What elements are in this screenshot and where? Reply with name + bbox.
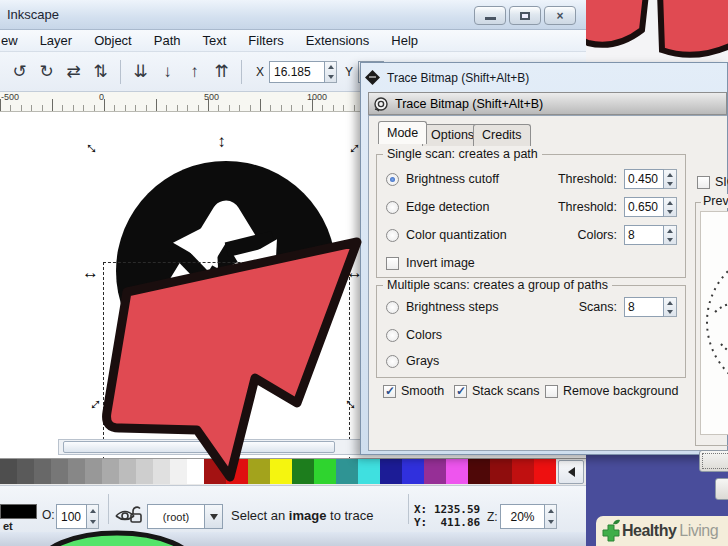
rotate-cw-icon[interactable]: ↻ — [33, 59, 60, 85]
menu-item-path[interactable]: Path — [143, 31, 192, 50]
selection-handle-w[interactable]: ↔ — [82, 264, 99, 281]
menubar: ew Layer Object Path Text Filters Extens… — [0, 30, 586, 52]
current-layer-select[interactable]: (root) — [147, 504, 205, 529]
selection-handle-nw[interactable]: ↔ — [81, 134, 105, 158]
palette-swatch[interactable] — [270, 459, 292, 484]
rotate-ccw-icon[interactable]: ↺ — [6, 59, 33, 85]
palette-swatch[interactable] — [534, 459, 556, 484]
menu-item-text[interactable]: Text — [191, 31, 237, 50]
opacity-label: O: — [42, 508, 55, 522]
menu-item-view[interactable]: ew — [0, 31, 29, 50]
palette-swatch[interactable] — [424, 459, 446, 484]
tab-mode[interactable]: Mode — [378, 121, 427, 144]
selection-handle-n[interactable]: ↔ — [216, 134, 233, 151]
palette-swatch[interactable] — [226, 459, 248, 484]
radio-edge-detection[interactable] — [386, 201, 399, 214]
scrollbar-thumb[interactable] — [63, 441, 335, 453]
palette-swatch[interactable] — [248, 459, 270, 484]
palette-swatch[interactable] — [170, 459, 187, 484]
dialog-inner-titlebar[interactable]: Trace Bitmap (Shift+Alt+B) — [368, 92, 727, 115]
palette-swatch[interactable] — [17, 459, 34, 484]
palette-swatch[interactable] — [358, 459, 380, 484]
ruler-label: -500 — [1, 92, 19, 102]
trace-swirl-icon — [373, 96, 389, 112]
radio-grays[interactable] — [386, 355, 399, 368]
threshold-spinner-brightness[interactable] — [664, 169, 677, 189]
palette-swatch[interactable] — [68, 459, 85, 484]
palette-swatch[interactable] — [292, 459, 314, 484]
x-coordinate-input[interactable]: 16.185 — [269, 61, 325, 83]
threshold-spinner-edge[interactable] — [664, 197, 677, 217]
colors-input[interactable]: 8 — [624, 225, 664, 245]
palette-swatch[interactable] — [402, 459, 424, 484]
radio-color-quantization[interactable] — [386, 229, 399, 242]
close-button[interactable]: × — [544, 6, 576, 25]
palette-swatch[interactable] — [490, 459, 512, 484]
palette-swatch[interactable] — [187, 459, 204, 484]
zoom-spinner[interactable] — [545, 504, 557, 529]
palette-swatch[interactable] — [0, 459, 17, 484]
zoom-input[interactable]: 20% — [500, 504, 545, 529]
lower-icon[interactable]: ↓ — [154, 59, 181, 85]
palette-scroll-left-button[interactable] — [558, 460, 584, 484]
flip-horizontal-icon[interactable]: ⇄ — [60, 59, 87, 85]
menu-item-object[interactable]: Object — [83, 31, 143, 50]
inkscape-logo-icon — [365, 70, 380, 85]
radio-brightness-cutoff[interactable] — [386, 173, 399, 186]
layer-lock-icon[interactable] — [128, 506, 144, 524]
opacity-spinner[interactable] — [87, 504, 99, 529]
scans-spinner[interactable] — [664, 297, 677, 317]
threshold-input-brightness[interactable]: 0.450 — [624, 169, 664, 189]
checkbox-siox[interactable] — [697, 176, 710, 189]
healthy-living-plus-icon — [600, 519, 622, 543]
checkbox-smooth[interactable] — [383, 385, 396, 398]
watermark-brand-light: Living — [679, 522, 718, 540]
checkbox-invert-image[interactable] — [386, 257, 399, 270]
menu-item-layer[interactable]: Layer — [29, 31, 84, 50]
palette-swatch[interactable] — [468, 459, 490, 484]
menu-item-filters[interactable]: Filters — [237, 31, 294, 50]
x-coordinate-label: X — [256, 65, 264, 79]
x-coordinate-spinner[interactable] — [325, 61, 337, 83]
threshold-input-edge[interactable]: 0.650 — [624, 197, 664, 217]
lower-to-bottom-icon[interactable]: ⇊ — [127, 59, 154, 85]
layer-dropdown-button[interactable] — [205, 504, 223, 529]
fill-color-swatch[interactable] — [0, 504, 37, 519]
palette-swatch[interactable] — [204, 459, 226, 484]
palette-swatch[interactable] — [512, 459, 534, 484]
checkbox-remove-background[interactable] — [545, 385, 558, 398]
update-button[interactable] — [699, 450, 728, 472]
minimize-button[interactable] — [474, 6, 506, 25]
checkbox-stack-scans[interactable] — [454, 385, 467, 398]
ruler-label: 0 — [99, 92, 104, 102]
selection-handle-sw[interactable]: ↔ — [81, 390, 105, 414]
palette-swatch[interactable] — [314, 459, 336, 484]
raise-to-top-icon[interactable]: ⇈ — [208, 59, 235, 85]
dialog-inner-title: Trace Bitmap (Shift+Alt+B) — [395, 97, 543, 111]
palette-swatch[interactable] — [119, 459, 136, 484]
flip-vertical-icon[interactable]: ⇅ — [87, 59, 114, 85]
raise-icon[interactable]: ↑ — [181, 59, 208, 85]
tab-credits[interactable]: Credits — [473, 124, 531, 146]
radio-brightness-steps[interactable] — [386, 301, 399, 314]
palette-swatch[interactable] — [34, 459, 51, 484]
opacity-input[interactable]: 100 — [56, 504, 87, 529]
color-palette — [0, 458, 586, 485]
palette-swatch[interactable] — [153, 459, 170, 484]
maximize-button[interactable] — [509, 6, 541, 25]
palette-swatch[interactable] — [336, 459, 358, 484]
palette-swatch[interactable] — [102, 459, 119, 484]
palette-swatch[interactable] — [136, 459, 153, 484]
palette-swatch[interactable] — [51, 459, 68, 484]
menu-item-extensions[interactable]: Extensions — [295, 31, 381, 50]
palette-swatch[interactable] — [85, 459, 102, 484]
statusbar: et O: 100 (root) Select an image to trac… — [0, 485, 586, 532]
menu-item-help[interactable]: Help — [380, 31, 429, 50]
palette-swatch[interactable] — [380, 459, 402, 484]
colors-spinner[interactable] — [664, 225, 677, 245]
palette-swatch[interactable] — [446, 459, 468, 484]
scans-input[interactable]: 8 — [624, 297, 664, 317]
dialog-action-button[interactable] — [715, 478, 728, 500]
radio-colors[interactable] — [386, 329, 399, 342]
dialog-titlebar[interactable]: Trace Bitmap (Shift+Alt+B) — [365, 66, 727, 89]
